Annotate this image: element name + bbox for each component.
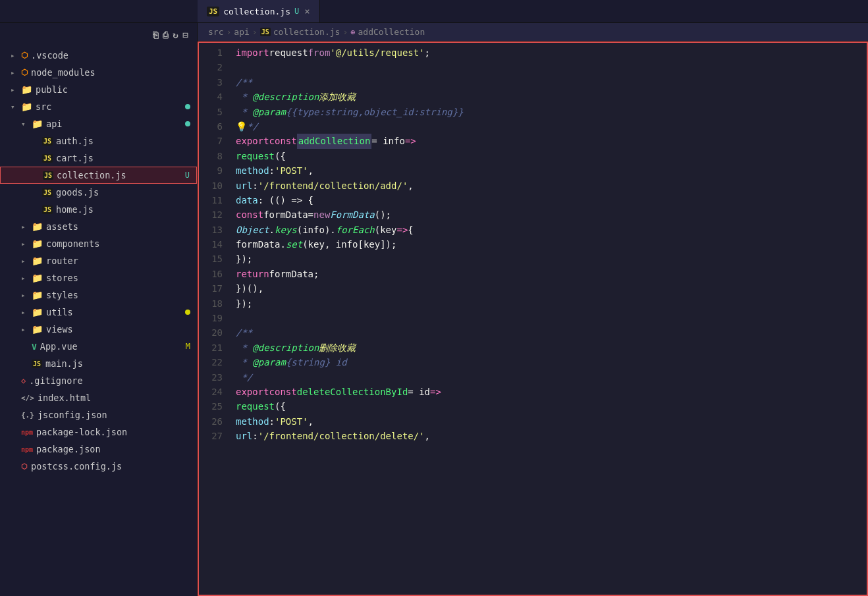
sidebar-item-styles[interactable]: 📁styles bbox=[0, 286, 197, 304]
sidebar-item-main-js[interactable]: JSmain.js bbox=[0, 355, 197, 372]
item-label: home.js bbox=[56, 204, 94, 215]
new-folder-icon[interactable]: ⎙ bbox=[163, 30, 169, 40]
sidebar-item-components[interactable]: 📁components bbox=[0, 235, 197, 252]
node-folder-icon: ⬡ bbox=[21, 68, 28, 77]
sidebar-item-package-lock-json[interactable]: npmpackage-lock.json bbox=[0, 423, 197, 441]
code-line: method: 'POST', bbox=[236, 414, 867, 429]
breadcrumb-function[interactable]: addCollection bbox=[358, 27, 425, 37]
js-icon: JS bbox=[42, 137, 53, 146]
sidebar-item-public[interactable]: 📁public bbox=[0, 81, 197, 98]
tab-close-button[interactable]: × bbox=[304, 6, 310, 16]
item-label: package-lock.json bbox=[36, 427, 127, 437]
file-tree: ⬡.vscode⬡node_modules📁public📁src📁apiJSau… bbox=[0, 47, 197, 475]
folder-icon: 📁 bbox=[21, 101, 32, 112]
code-line: }); bbox=[236, 252, 867, 266]
item-label: App.vue bbox=[40, 341, 78, 352]
collapse-icon[interactable]: ⊟ bbox=[183, 30, 189, 40]
tab-bar: JS collection.js U × bbox=[198, 0, 868, 22]
item-label: utils bbox=[46, 307, 73, 317]
arrow-closed bbox=[21, 240, 32, 248]
npm-icon: npm bbox=[21, 446, 33, 453]
js-icon: JS bbox=[42, 154, 53, 163]
sidebar-item-stores[interactable]: 📁stores bbox=[0, 269, 197, 286]
refresh-icon[interactable]: ↻ bbox=[173, 30, 178, 40]
item-label: public bbox=[36, 84, 68, 95]
sidebar-item-home-js[interactable]: JShome.js bbox=[0, 201, 197, 218]
code-line: */ bbox=[236, 370, 867, 385]
item-label: src bbox=[36, 101, 51, 112]
sidebar-item--gitignore[interactable]: ◇.gitignore bbox=[0, 372, 197, 389]
breadcrumb-js-icon: JS bbox=[260, 28, 271, 36]
js-icon: JS bbox=[42, 188, 53, 197]
breadcrumb-sep2: › bbox=[252, 27, 258, 37]
arrow-closed bbox=[21, 291, 32, 300]
code-line bbox=[236, 60, 867, 74]
item-label: styles bbox=[46, 290, 78, 300]
vue-icon: V bbox=[32, 342, 37, 352]
node-folder-icon: ⬡ bbox=[21, 51, 28, 60]
breadcrumb-func-icon: ⊕ bbox=[350, 28, 355, 37]
new-file-icon[interactable]: ⎘ bbox=[153, 30, 159, 40]
main-area: ⎘ ⎙ ↻ ⊟ ⬡.vscode⬡node_modules📁public📁src… bbox=[0, 23, 868, 596]
sidebar-item-collection-js[interactable]: JScollection.jsU bbox=[0, 167, 197, 184]
sidebar-item-router[interactable]: 📁router bbox=[0, 252, 197, 269]
sidebar-item-App-vue[interactable]: VApp.vueM bbox=[0, 338, 197, 355]
sidebar-item-goods-js[interactable]: JSgoods.js bbox=[0, 184, 197, 201]
item-label: node_modules bbox=[31, 67, 95, 78]
html-icon: </> bbox=[21, 394, 34, 402]
code-line: * @param {{type:string,object_id:string}… bbox=[236, 105, 867, 119]
item-label: collection.js bbox=[57, 170, 126, 180]
tab-collection-js[interactable]: JS collection.js U × bbox=[198, 0, 320, 22]
arrow-closed bbox=[21, 223, 32, 231]
js-icon: JS bbox=[42, 205, 53, 214]
code-line: const formData = new FormData(); bbox=[236, 207, 867, 222]
json-icon: {.} bbox=[21, 411, 34, 420]
item-label: stores bbox=[46, 273, 78, 283]
sidebar-item-postcss-config.js[interactable]: ⬡postcss.config.js bbox=[0, 458, 197, 475]
badge-u: U bbox=[185, 171, 190, 180]
sidebar-item-views[interactable]: 📁views bbox=[0, 321, 197, 338]
code-line: }); bbox=[236, 296, 867, 311]
js-icon: JS bbox=[32, 360, 42, 368]
sidebar-item-auth-js[interactable]: JSauth.js bbox=[0, 132, 197, 149]
sidebar-item-package-json[interactable]: npmpackage.json bbox=[0, 441, 197, 458]
sidebar-item-utils[interactable]: 📁utils bbox=[0, 304, 197, 321]
item-label: views bbox=[46, 324, 73, 335]
sidebar-item-jsconfig-json[interactable]: {.}jsconfig.json bbox=[0, 406, 197, 423]
code-line: request({ bbox=[236, 399, 867, 414]
title-bar: JS collection.js U × bbox=[0, 0, 868, 23]
sidebar-item-index-html[interactable]: </>index.html bbox=[0, 389, 197, 406]
breadcrumb-src[interactable]: src bbox=[208, 27, 223, 37]
arrow-open bbox=[11, 103, 21, 111]
code-editor[interactable]: import request from '@/utils/request'; /… bbox=[231, 43, 867, 595]
sidebar-item-src[interactable]: 📁src bbox=[0, 98, 197, 115]
npm-icon: npm bbox=[21, 429, 33, 436]
postcss-icon: ⬡ bbox=[21, 462, 28, 471]
breadcrumb-api[interactable]: api bbox=[234, 27, 249, 37]
sidebar: ⎘ ⎙ ↻ ⊟ ⬡.vscode⬡node_modules📁public📁src… bbox=[0, 23, 198, 596]
sidebar-item-api[interactable]: 📁api bbox=[0, 115, 197, 132]
folder-icon: 📁 bbox=[32, 273, 43, 283]
arrow-closed bbox=[21, 308, 32, 317]
badge-m: M bbox=[186, 342, 190, 351]
sidebar-item-vscode[interactable]: ⬡.vscode bbox=[0, 47, 197, 64]
code-line: Object.keys(info).forEach(key => { bbox=[236, 223, 867, 237]
folder-icon: 📁 bbox=[32, 256, 43, 266]
line-numbers: 1234567891011121314151617181920212223242… bbox=[199, 43, 231, 595]
arrow-closed bbox=[11, 51, 21, 60]
sidebar-header-icons: ⎘ ⎙ ↻ ⊟ bbox=[153, 30, 189, 40]
arrow-closed bbox=[11, 86, 21, 94]
js-icon: JS bbox=[43, 171, 53, 180]
item-label: jsconfig.json bbox=[38, 410, 107, 420]
arrow-open bbox=[21, 120, 32, 128]
code-line: url: '/frontend/collection/delete/', bbox=[236, 429, 867, 443]
item-label: api bbox=[46, 119, 62, 129]
breadcrumb-filename[interactable]: collection.js bbox=[273, 27, 340, 37]
js-file-icon: JS bbox=[207, 7, 219, 16]
editor-content[interactable]: 1234567891011121314151617181920212223242… bbox=[198, 41, 868, 596]
sidebar-item-assets[interactable]: 📁assets bbox=[0, 218, 197, 235]
code-line bbox=[236, 311, 867, 325]
code-line: * @description 添加收藏 bbox=[236, 90, 867, 104]
sidebar-item-node_modules[interactable]: ⬡node_modules bbox=[0, 64, 197, 81]
sidebar-item-cart-js[interactable]: JScart.js bbox=[0, 149, 197, 167]
